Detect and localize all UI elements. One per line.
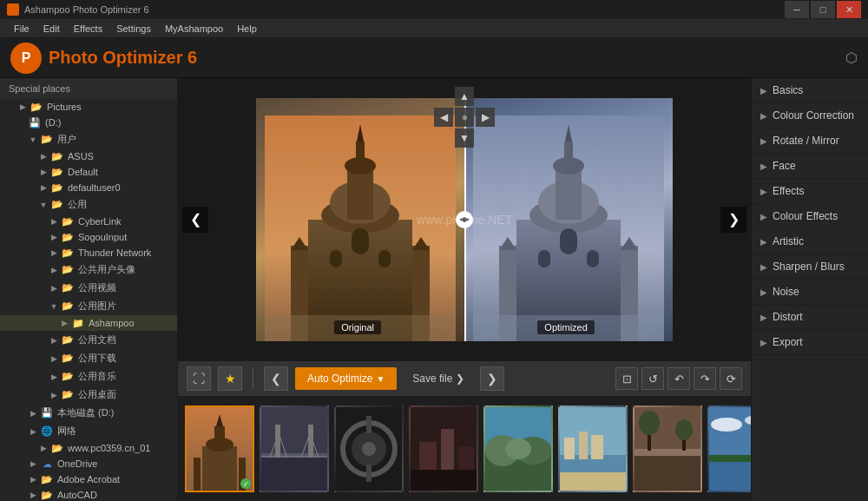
- sidebar-item-7[interactable]: ▶📂CyberLink: [0, 214, 177, 229]
- filmstrip-thumb-5[interactable]: [483, 405, 553, 492]
- panel-item-label: Basics: [773, 84, 803, 96]
- maximize-button[interactable]: □: [811, 1, 835, 18]
- panel-item-artistic[interactable]: ▶Artistic: [752, 229, 868, 254]
- svg-rect-70: [591, 435, 603, 459]
- sidebar-item-5[interactable]: ▶📂defaultuser0: [0, 180, 177, 195]
- sidebar-item-2[interactable]: ▼📂用户: [0, 130, 177, 148]
- filmstrip-thumb-2[interactable]: [260, 405, 329, 492]
- folder-icon: 📂: [50, 200, 64, 210]
- sidebar-item-22[interactable]: ▶📂Adobe Acrobat: [0, 471, 177, 487]
- sidebar-item-label: 公用图片: [78, 300, 116, 313]
- compare-button[interactable]: ⊡: [615, 367, 638, 390]
- menu-item-help[interactable]: Help: [230, 22, 264, 36]
- sidebar-item-label: SogouInput: [78, 232, 127, 242]
- panel-item-basics[interactable]: ▶Basics: [752, 78, 868, 103]
- pan-center-button[interactable]: ⊕: [455, 108, 474, 127]
- action-button-2[interactable]: ↺: [641, 367, 664, 390]
- sidebar-item-23[interactable]: ▶📂AutoCAD: [0, 487, 177, 501]
- sidebar-item-20[interactable]: ▶📂www.pc0359.cn_01: [0, 440, 177, 456]
- svg-point-75: [639, 411, 660, 435]
- sidebar-item-14[interactable]: ▶📂公用文档: [0, 331, 177, 349]
- menu-item-settings[interactable]: Settings: [109, 22, 158, 36]
- panel-item-distort[interactable]: ▶Distort: [752, 305, 868, 330]
- panel-item-face[interactable]: ▶Face: [752, 154, 868, 179]
- sidebar-item-6[interactable]: ▼📂公用: [0, 195, 177, 214]
- svg-point-64: [505, 438, 531, 459]
- svg-rect-69: [579, 432, 588, 459]
- thumb-svg-6: [560, 407, 626, 491]
- fullscreen-button[interactable]: ⛶: [187, 366, 211, 391]
- sidebar-item-15[interactable]: ▶📂公用下载: [0, 349, 177, 367]
- sidebar-item-1[interactable]: 💾(D:): [0, 115, 177, 130]
- tree-arrow-icon: ▶: [28, 458, 38, 469]
- panel-item-noise[interactable]: ▶Noise: [752, 280, 868, 305]
- svg-rect-53: [366, 416, 372, 433]
- sidebar-item-0[interactable]: ▶📂Pictures: [0, 99, 177, 115]
- filmstrip-thumb-6[interactable]: [558, 405, 628, 492]
- filmstrip-thumb-1[interactable]: ✓: [185, 405, 254, 492]
- folder-special-icon: 📁: [71, 318, 85, 328]
- filmstrip-thumb-4[interactable]: [409, 405, 478, 492]
- pan-right-button[interactable]: ▶: [476, 108, 495, 127]
- svg-rect-73: [635, 449, 700, 456]
- svg-rect-82: [709, 455, 751, 462]
- menu-item-file[interactable]: File: [7, 22, 36, 36]
- sidebar-item-4[interactable]: ▶📂Default: [0, 164, 177, 180]
- sidebar-item-10[interactable]: ▶📂公共用户头像: [0, 260, 177, 279]
- panel-item-export[interactable]: ▶Export: [752, 330, 868, 355]
- panel-item-rotate--mirror[interactable]: ▶Rotate / Mirror: [752, 129, 868, 154]
- favorite-button[interactable]: ★: [218, 366, 242, 391]
- drive-icon: 💾: [40, 408, 54, 419]
- menu-item-effects[interactable]: Effects: [67, 22, 109, 36]
- pan-left-button[interactable]: ◀: [434, 108, 453, 127]
- sidebar-item-8[interactable]: ▶📂SogouInput: [0, 229, 177, 245]
- share-icon[interactable]: ⬡: [845, 49, 858, 66]
- folder-icon: 📂: [50, 182, 64, 193]
- minimize-button[interactable]: ─: [785, 1, 809, 18]
- panel-item-effects[interactable]: ▶Effects: [752, 179, 868, 204]
- panel-item-label: Rotate / Mirror: [773, 135, 839, 147]
- filmstrip-thumb-3[interactable]: [334, 405, 404, 492]
- filmstrip-thumb-7[interactable]: [633, 405, 702, 492]
- sidebar-item-21[interactable]: ▶☁OneDrive: [0, 456, 177, 471]
- svg-rect-79: [709, 459, 751, 491]
- panel-item-label: Noise: [773, 286, 799, 298]
- next-toolbar-button[interactable]: ❯: [480, 366, 504, 391]
- sidebar-item-16[interactable]: ▶📂公用音乐: [0, 367, 177, 386]
- title-bar: Ashampoo Photo Optimizer 6 ─ □ ✕: [0, 0, 868, 19]
- panel-item-colour-effects[interactable]: ▶Colour Effects: [752, 204, 868, 229]
- sidebar-item-11[interactable]: ▶📂公用视频: [0, 279, 177, 297]
- tree-arrow-icon: ▶: [49, 216, 59, 227]
- pan-down-button[interactable]: ▼: [455, 129, 474, 148]
- filmstrip-thumb-8[interactable]: [707, 405, 751, 492]
- sidebar-item-19[interactable]: ▶🌐网络: [0, 422, 177, 440]
- save-file-button[interactable]: Save file ❯: [404, 367, 473, 390]
- panel-item-sharpen--blurs[interactable]: ▶Sharpen / Blurs: [752, 254, 868, 280]
- next-image-button[interactable]: ❯: [720, 207, 746, 233]
- prev-toolbar-button[interactable]: ❮: [264, 366, 288, 391]
- action-button-5[interactable]: ⟳: [720, 367, 742, 390]
- app-logo: P Photo Optimizer 6: [10, 43, 197, 74]
- pan-up-button[interactable]: ▲: [455, 87, 474, 106]
- panel-item-colour-correction[interactable]: ▶Colour Correction: [752, 103, 868, 129]
- close-button[interactable]: ✕: [837, 1, 861, 18]
- save-file-label: Save file: [412, 372, 452, 385]
- sidebar-item-label: 公用音乐: [78, 370, 116, 383]
- sidebar-item-9[interactable]: ▶📂Thunder Network: [0, 245, 177, 260]
- redo-button[interactable]: ↷: [694, 367, 716, 390]
- prev-image-button[interactable]: ❮: [182, 207, 208, 233]
- undo-button[interactable]: ↶: [667, 367, 690, 390]
- main-container: Special places ▶📂Pictures💾(D:)▼📂用户▶📂ASUS…: [0, 78, 868, 501]
- sidebar-item-12[interactable]: ▼📂公用图片: [0, 297, 177, 315]
- logo-text: Photo Optimizer 6: [49, 48, 197, 68]
- sidebar-item-3[interactable]: ▶📂ASUS: [0, 148, 177, 164]
- menu-item-edit[interactable]: Edit: [36, 22, 67, 36]
- menu-item-myashampoo[interactable]: MyAshampoo: [158, 22, 230, 36]
- tree-arrow-icon: ▶: [17, 102, 28, 112]
- auto-optimize-button[interactable]: Auto Optimize ▼: [295, 367, 397, 390]
- sidebar-item-17[interactable]: ▶📂公用桌面: [0, 386, 177, 404]
- sidebar-item-13[interactable]: ▶📁Ashampoo: [0, 315, 177, 331]
- panel-arrow-icon: ▶: [760, 338, 767, 347]
- svg-rect-13: [330, 250, 342, 267]
- sidebar-item-18[interactable]: ▶💾本地磁盘 (D:): [0, 404, 177, 422]
